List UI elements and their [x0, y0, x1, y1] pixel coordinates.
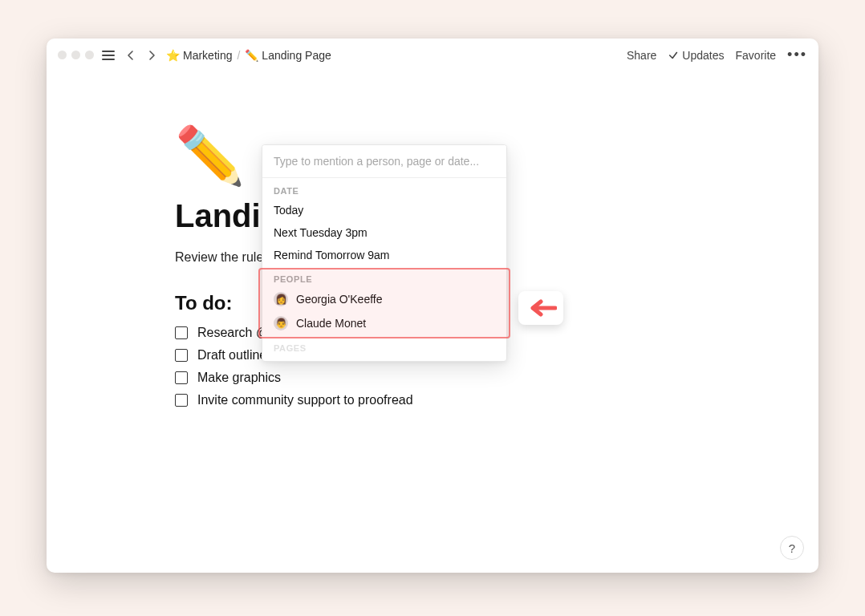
- top-actions: Share Updates Favorite •••: [627, 47, 807, 63]
- popup-section-date-label: DATE: [262, 178, 506, 199]
- mention-person-claude[interactable]: 👨 Claude Monet: [262, 311, 506, 335]
- todo-item[interactable]: Invite community support to proofread: [175, 393, 690, 407]
- popup-section-pages-label: PAGES: [262, 335, 506, 361]
- checkbox[interactable]: [175, 371, 188, 384]
- breadcrumb-parent[interactable]: ⭐ Marketing: [166, 49, 232, 62]
- mention-date-today[interactable]: Today: [262, 199, 506, 221]
- avatar-icon: 👩: [274, 292, 288, 306]
- topbar: ⭐ Marketing / ✏️ Landing Page Share Upda…: [47, 38, 818, 71]
- mention-input[interactable]: [262, 145, 506, 178]
- app-window: ⭐ Marketing / ✏️ Landing Page Share Upda…: [47, 38, 818, 573]
- mention-date-remind-tomorrow[interactable]: Remind Tomorrow 9am: [262, 244, 506, 266]
- back-button[interactable]: [123, 47, 139, 63]
- traffic-light-minimize[interactable]: [71, 51, 80, 59]
- mention-popup: DATE Today Next Tuesday 3pm Remind Tomor…: [262, 144, 507, 362]
- pencil-icon: ✏️: [245, 49, 258, 62]
- help-button[interactable]: ?: [780, 536, 804, 560]
- todo-label: Draft outline: [197, 348, 266, 363]
- arrow-left-icon: [525, 298, 557, 318]
- more-menu-button[interactable]: •••: [787, 47, 807, 63]
- traffic-light-close[interactable]: [58, 51, 67, 59]
- traffic-light-maximize[interactable]: [85, 51, 94, 59]
- popup-section-people-label: PEOPLE: [262, 266, 506, 287]
- breadcrumb-page-label: Landing Page: [262, 49, 331, 62]
- todo-item[interactable]: Make graphics: [175, 371, 690, 385]
- checkbox[interactable]: [175, 394, 188, 407]
- breadcrumb-parent-label: Marketing: [183, 49, 232, 62]
- checkbox[interactable]: [175, 349, 188, 362]
- nav-arrows: [123, 47, 160, 63]
- forward-button[interactable]: [144, 47, 160, 63]
- menu-icon[interactable]: [102, 51, 115, 60]
- todo-label: Invite community support to proofread: [197, 393, 413, 407]
- mention-date-next-tuesday[interactable]: Next Tuesday 3pm: [262, 221, 506, 244]
- checkbox[interactable]: [175, 326, 188, 339]
- breadcrumb-separator: /: [237, 49, 240, 62]
- mention-person-georgia[interactable]: 👩 Georgia O'Keeffe: [262, 287, 506, 311]
- todo-label: Make graphics: [197, 371, 281, 385]
- annotation-arrow: [518, 291, 563, 325]
- breadcrumb: ⭐ Marketing / ✏️ Landing Page: [166, 49, 331, 62]
- share-button[interactable]: Share: [627, 49, 656, 62]
- window-controls: [58, 51, 94, 59]
- updates-button[interactable]: Updates: [668, 49, 724, 62]
- breadcrumb-page[interactable]: ✏️ Landing Page: [245, 49, 331, 62]
- favorite-button[interactable]: Favorite: [736, 49, 777, 62]
- updates-label: Updates: [682, 49, 724, 62]
- check-icon: [668, 50, 679, 61]
- todo-label: Research @: [197, 326, 269, 340]
- star-icon: ⭐: [166, 49, 180, 62]
- avatar-icon: 👨: [274, 316, 288, 330]
